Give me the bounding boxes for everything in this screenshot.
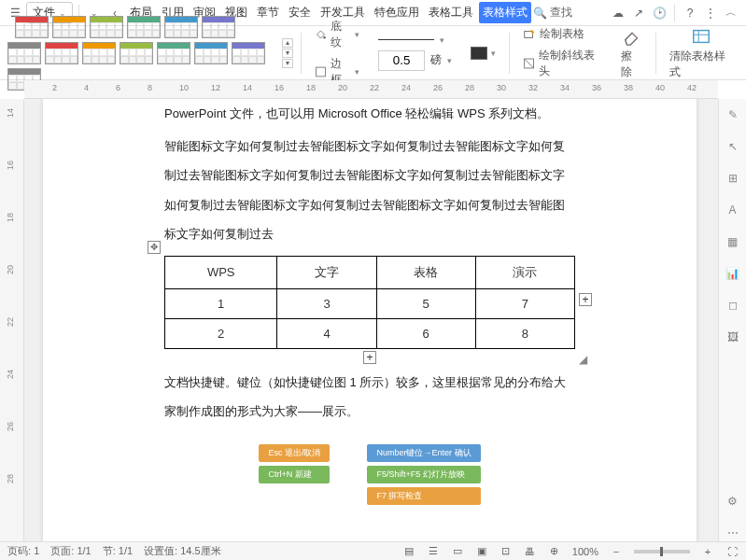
table-cell[interactable]: 演示: [475, 256, 574, 288]
grid-icon[interactable]: ▦: [725, 233, 741, 250]
ruler-number: 16: [274, 83, 284, 92]
eraser-label: 擦除: [621, 49, 642, 80]
font-icon[interactable]: A: [725, 202, 741, 218]
search-icon: 🔍: [533, 7, 547, 20]
clear-style-button[interactable]: 清除表格样式: [664, 24, 739, 82]
tab-table-tools[interactable]: 表格工具: [425, 2, 477, 23]
help-icon[interactable]: ?: [681, 4, 699, 22]
table-add-column-button[interactable]: +: [579, 293, 592, 306]
table-style-tile[interactable]: [157, 42, 190, 64]
pages-value: 1/1: [77, 545, 91, 556]
table-style-tile[interactable]: [232, 42, 265, 64]
search-button[interactable]: 🔍 查找: [533, 5, 572, 21]
tools-icon[interactable]: ⚙: [725, 493, 741, 510]
table-style-tile[interactable]: [15, 16, 49, 38]
ruler-number: 32: [528, 83, 538, 92]
ruler-number: 22: [6, 317, 15, 327]
shading-button[interactable]: 底纹▾: [315, 19, 359, 50]
table-resize-handle[interactable]: ◢: [579, 353, 586, 360]
gallery-more-icon[interactable]: ▾: [282, 59, 293, 68]
horizontal-ruler[interactable]: 24681012141618202224262830323436384042: [24, 80, 718, 99]
template-icon[interactable]: ◻: [725, 297, 741, 314]
view-mode-3-icon[interactable]: ▭: [451, 545, 464, 558]
zoom-value[interactable]: 100%: [572, 546, 598, 557]
chart-icon[interactable]: 📊: [725, 265, 741, 282]
draw-table-button[interactable]: 绘制表格: [523, 26, 602, 42]
view-mode-1-icon[interactable]: ▤: [402, 545, 415, 558]
pos-value: 14.5厘米: [180, 545, 220, 556]
border-line-style[interactable]: ▾: [378, 35, 452, 45]
view-mode-5-icon[interactable]: ⊡: [500, 545, 513, 558]
more-icon[interactable]: ⋮: [701, 4, 720, 22]
gallery-up-icon[interactable]: ▴: [282, 38, 293, 48]
zoom-in-icon[interactable]: +: [701, 545, 714, 558]
ruler-number: 8: [148, 83, 152, 92]
table-cell[interactable]: WPS: [165, 256, 277, 288]
table-styles-gallery[interactable]: [7, 16, 273, 91]
table-style-tile[interactable]: [120, 42, 153, 64]
table-cell[interactable]: 1: [165, 288, 277, 318]
table-cell[interactable]: 6: [376, 318, 475, 348]
view-mode-4-icon[interactable]: ▣: [475, 545, 488, 558]
share-icon[interactable]: ↗: [629, 4, 648, 22]
page-area[interactable]: PowerPoint 文件，也可以用 Microsoft Office 轻松编辑…: [24, 99, 718, 541]
document-table[interactable]: WPS 文字 表格 演示 1 3 5 7 2 4 6: [164, 256, 575, 349]
table-cell[interactable]: 7: [475, 288, 574, 318]
vertical-ruler[interactable]: 1416182022242628: [0, 99, 24, 541]
width-unit: 磅: [430, 52, 442, 68]
table-cell[interactable]: 4: [277, 318, 376, 348]
zoom-out-icon[interactable]: −: [610, 545, 623, 558]
table-cell[interactable]: 表格: [376, 256, 475, 288]
table-move-handle[interactable]: ✥: [148, 241, 161, 254]
settings-icon[interactable]: ⊞: [725, 170, 741, 187]
table-style-tile[interactable]: [90, 16, 123, 38]
table-style-tile[interactable]: [164, 16, 198, 38]
ruler-number: 26: [6, 422, 15, 431]
collapse-icon[interactable]: ︿: [722, 4, 740, 22]
table-add-row-button[interactable]: +: [363, 351, 376, 364]
zoom-slider[interactable]: [634, 550, 690, 553]
select-icon[interactable]: ↖: [725, 138, 741, 155]
zoom-fit-icon[interactable]: ⊕: [548, 545, 561, 558]
table-style-tile[interactable]: [127, 16, 161, 38]
table-style-tile[interactable]: [45, 42, 78, 64]
document-page: PowerPoint 文件，也可以用 Microsoft Office 轻松编辑…: [43, 99, 697, 541]
fullscreen-icon[interactable]: ⛶: [725, 545, 739, 558]
cloud-icon[interactable]: ☁: [609, 4, 627, 22]
border-width-input[interactable]: [378, 50, 425, 71]
pencil-icon[interactable]: ✎: [725, 106, 741, 123]
table-cell[interactable]: 2: [165, 318, 277, 348]
ruler-number: 42: [687, 83, 697, 92]
bucket-icon: [315, 28, 327, 41]
clear-style-icon: [691, 26, 711, 47]
right-sidebar: ✎ ↖ ⊞ A ▦ 📊 ◻ 🖼 ⚙ ⋯: [718, 99, 746, 541]
image-icon[interactable]: 🖼: [725, 329, 741, 345]
ruler-number: 26: [433, 83, 443, 92]
ruler-number: 6: [116, 83, 120, 92]
diagram-image: Esc 退出/取消 Ctrl+N 新建 Number键位→Enter 确认 F5…: [164, 444, 575, 505]
table-cell[interactable]: 文字: [277, 256, 376, 288]
table-row: 2 4 6 8: [165, 318, 575, 348]
view-mode-2-icon[interactable]: ☰: [427, 545, 440, 558]
table-style-tile[interactable]: [7, 42, 41, 64]
ruler-number: 20: [338, 83, 347, 92]
table-cell[interactable]: 8: [475, 318, 574, 348]
more-icon[interactable]: ⋯: [725, 525, 741, 541]
pos-label: 设置值:: [144, 545, 177, 556]
tab-special[interactable]: 特色应用: [371, 2, 423, 23]
print-icon[interactable]: 🖶: [524, 545, 537, 558]
table-style-tile[interactable]: [202, 16, 235, 38]
table-cell[interactable]: 5: [376, 288, 475, 318]
gallery-down-icon[interactable]: ▾: [282, 49, 293, 58]
border-color-swatch[interactable]: [471, 47, 487, 60]
section-label: 节:: [103, 545, 116, 556]
ruler-number: 28: [465, 83, 474, 92]
eraser-button[interactable]: 擦除: [615, 24, 648, 82]
tab-table-style[interactable]: 表格样式: [479, 2, 531, 23]
draw-diagonal-button[interactable]: 绘制斜线表头: [523, 48, 602, 79]
table-style-tile[interactable]: [52, 16, 86, 38]
table-style-tile[interactable]: [82, 42, 116, 64]
table-cell[interactable]: 3: [277, 288, 376, 318]
table-style-tile[interactable]: [194, 42, 228, 64]
history-icon[interactable]: 🕑: [650, 4, 669, 22]
